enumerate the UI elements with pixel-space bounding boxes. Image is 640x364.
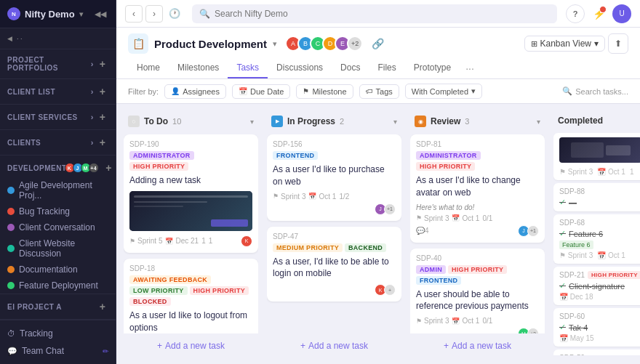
tab-home[interactable]: Home [128,58,169,78]
client-services-header[interactable]: CLIENT SERVICES › + [0,108,116,126]
completed-card-top-image[interactable]: ⚑ Sprint 3 📅 Oct 1 1 [553,133,640,180]
tags-icon: 🏷 [366,87,373,95]
chat-icon: 💬 [7,347,17,356]
assignees-icon: 👤 [171,87,180,95]
review-chevron[interactable]: ▾ [537,118,540,126]
client-list-add[interactable]: + [97,86,108,97]
assignees-filter[interactable]: 👤 Assignees [164,84,226,99]
todo-icon: ○ [128,116,140,127]
milestone-filter[interactable]: ⚑ Milestone [296,84,353,99]
sidebar-top-icons: ◀◀ [92,6,108,22]
client-services-add[interactable]: + [97,111,108,123]
clients-header[interactable]: CLIENTS › + [0,133,116,152]
completed-meta: 📅 Dec 18 [559,293,640,301]
completed-card-sdp-88[interactable]: SDP-88 ✓ — [553,183,640,211]
card-footer: ⚑ Sprint 3 📅 Oct 1 0/1 [416,214,539,222]
tab-files[interactable]: Files [369,58,404,78]
card-title: ✓ — [559,198,640,207]
filter-bar: Filter by: 👤 Assignees 📅 Due Date ⚑ Mile… [116,79,640,104]
development-header[interactable]: DEVELOPMENT K J M +4 + [0,158,116,177]
tab-milestones[interactable]: Milestones [169,58,228,78]
in-progress-chevron[interactable]: ▾ [393,118,397,126]
user-avatar[interactable]: U [612,4,631,23]
tags-filter[interactable]: 🏷 Tags [359,84,399,99]
todo-chevron[interactable]: ▾ [250,118,254,126]
share-button[interactable]: ⬆ [608,33,628,54]
sidebar-item-team-chat[interactable]: 💬 Team Chat ✏ [0,342,116,360]
completed-meta: ⚑ Sprint 3 📅 Oct 1 1 [559,168,640,176]
ei-project-header[interactable]: EI PROJECT A + [0,297,116,316]
card-sdp-47[interactable]: SDP-47 MEDIUM PRIORITY BACKEND As a user… [267,227,401,302]
card-badges: ADMIN HIGH PRIORITY FRONTEND [416,265,539,285]
project-portfolios-header[interactable]: PROJECT PORTFOLIOS › + [0,52,116,76]
clients-add[interactable]: + [97,137,108,148]
todo-add-task[interactable]: + Add a new task [124,336,258,355]
client-list-header[interactable]: CLIENT LIST › + [0,82,116,101]
milestone-icon: ⚑ [303,87,309,95]
sidebar-item-agile[interactable]: Agile Development Proj... [0,177,116,203]
development-add[interactable]: + [103,162,115,174]
card-avatar-more: + [384,284,396,296]
tab-more[interactable]: ··· [460,58,480,78]
in-progress-add-task[interactable]: + Add a new task [267,336,401,355]
completed-meta-dates: ⚑ Sprint 3 📅 Oct 1 [559,251,640,259]
tab-prototype[interactable]: Prototype [405,58,460,78]
help-button[interactable]: ? [566,4,585,23]
kanban-board: ○ To Do 10 ▾ SDP-190 ADMINISTRATOR HIGH … [116,104,640,364]
card-sdp-156[interactable]: SDP-156 FRONTEND As a user I'd like to p… [267,134,401,221]
forward-button[interactable]: › [145,5,163,23]
ei-project-add[interactable]: + [97,301,108,312]
sidebar-item-client-web[interactable]: Client Website Discussion [0,235,116,262]
in-progress-icon: ▶ [271,116,283,127]
completed-meta: 📅 May 15 [559,334,640,342]
search-input[interactable] [215,9,550,19]
review-cards: SDP-81 ADMINISTRATOR HIGH PRIORITY As a … [410,134,545,333]
brand[interactable]: N Nifty Demo ▾ [7,7,83,20]
back-button[interactable]: ‹ [125,5,143,23]
apps-button[interactable]: ⚡ [589,4,608,23]
add-icon: + [157,341,162,351]
card-sdp-18[interactable]: SDP-18 AWAITING FEEDBACK LOW PRIORITY HI… [124,259,258,333]
search-tasks-button[interactable]: 🔍 Search tasks... [562,86,628,96]
tab-tasks[interactable]: Tasks [228,58,268,78]
review-header: ◉ Review 3 ▾ [410,113,545,130]
tab-discussions[interactable]: Discussions [268,58,332,78]
sidebar-item-docs[interactable]: Documentation [0,262,116,278]
check-icon: ✓ [559,281,566,291]
card-avatar: K [241,235,252,247]
card-sdp-81[interactable]: SDP-81 ADMINISTRATOR HIGH PRIORITY As a … [410,134,545,243]
sidebar-item-tracking[interactable]: ⏱ Tracking [0,325,116,342]
development-avatars: K J M +4 [67,163,99,173]
tracking-icon: ⏱ [7,329,15,338]
chat-pencil-icon: ✏ [103,347,108,355]
card-badges: ADMINISTRATOR HIGH PRIORITY [129,151,252,171]
sidebar-nav-row[interactable]: ◀ · · [0,33,116,44]
project-avatars: A B C D E +2 [289,36,363,52]
completed-card-sdp-60[interactable]: SDP-60 ✓ Tak 4 📅 May 15 [553,308,640,347]
with-completed-filter[interactable]: With Completed ▾ [405,84,482,99]
history-button[interactable]: 🕐 [166,5,183,23]
sidebar-nav: ◀ · · [0,28,116,49]
tab-docs[interactable]: Docs [332,58,369,78]
completed-card-sdp-68[interactable]: SDP-68 ✓ Feature 6 Feature 6 ⚑ Sprint 3 … [553,214,640,264]
due-date-filter[interactable]: 📅 Due Date [232,84,290,99]
completed-card-sdp-59[interactable]: SDP-59 ✓ Task 3 📅 May 15 [553,349,640,355]
project-name: Product Development [154,38,267,50]
avatar-count: +4 [89,163,99,173]
completed-card-sdp-21[interactable]: SDP-21 HIGH PRIORITY ✓ Client-signature … [553,267,640,305]
card-sdp-190[interactable]: SDP-190 ADMINISTRATOR HIGH PRIORITY Addi… [124,134,258,253]
client-web-dot [7,245,15,252]
collapse-sidebar-button[interactable]: ◀◀ [92,6,108,22]
sidebar-item-feature[interactable]: Feature Deployment [0,278,116,294]
kanban-view-button[interactable]: ⊞ Kanban View ▾ [524,36,606,52]
card-sdp-40[interactable]: SDP-40 ADMIN HIGH PRIORITY FRONTEND A us… [410,248,545,333]
review-add-task[interactable]: + Add a new task [410,336,545,355]
project-portfolios-add[interactable]: + [97,58,108,70]
card-badges: MEDIUM PRIORITY BACKEND [273,243,396,252]
view-label: Kanban View [540,39,592,49]
sidebar-item-bug[interactable]: Bug Tracking [0,203,116,219]
brand-name: Nifty Demo [25,9,75,20]
main-content: ‹ › 🕐 🔍 ? ⚡ U 📋 Product Development ▾ A … [116,0,640,364]
topbar-right: ? ⚡ U [566,4,631,23]
sidebar-item-client-conv[interactable]: Client Conversation [0,219,116,235]
